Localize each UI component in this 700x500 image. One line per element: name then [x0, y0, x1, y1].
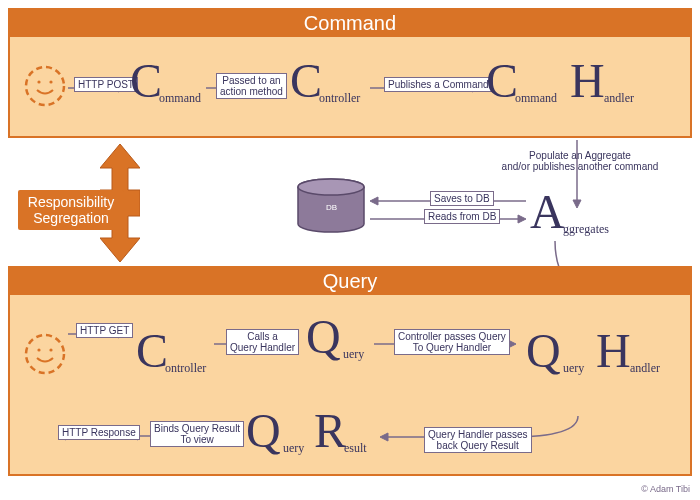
label-saves-db: Saves to DB: [430, 191, 494, 206]
responsibility-segregation-box: Responsibility Segregation: [18, 190, 124, 230]
big-command-c: C: [130, 53, 162, 108]
svg-marker-13: [370, 197, 378, 205]
svg-point-1: [37, 80, 40, 83]
svg-point-20: [37, 348, 40, 351]
sub-ch-h: andler: [604, 91, 634, 106]
svg-marker-16: [518, 215, 526, 223]
label-binds-result: Binds Query Result To view: [150, 421, 244, 447]
label-publishes: Publishes a Command: [384, 77, 493, 92]
command-header: Command: [10, 10, 690, 37]
label-passed-to: Passed to an action method: [216, 73, 287, 99]
big-ch-c: C: [486, 53, 518, 108]
database-icon: DB: [296, 178, 366, 234]
svg-point-2: [49, 80, 52, 83]
resp-line2: Segregation: [24, 210, 118, 226]
sub-qr-r: esult: [344, 441, 367, 456]
sub-qh-q: uery: [563, 361, 584, 376]
big-qr-q: Q: [246, 403, 281, 458]
sub-q-controller: ontroller: [165, 361, 206, 376]
sub-query: uery: [343, 347, 364, 362]
user-icon-2: [24, 333, 66, 375]
resp-line1: Responsibility: [24, 194, 118, 210]
svg-marker-10: [573, 200, 581, 208]
query-body: HTTP GET C ontroller Calls a Query Handl…: [10, 295, 690, 473]
copyright: © Adam Tibi: [641, 484, 690, 494]
label-http-response: HTTP Response: [58, 425, 140, 440]
big-q-controller-c: C: [136, 323, 168, 378]
label-reads-db: Reads from DB: [424, 209, 500, 224]
big-qh-h: H: [596, 323, 631, 378]
svg-point-19: [26, 335, 64, 373]
svg-point-0: [26, 67, 64, 105]
user-icon: [24, 65, 66, 107]
label-http-get: HTTP GET: [76, 323, 133, 338]
sub-aggregates: ggregates: [563, 222, 609, 237]
sub-controller: ontroller: [319, 91, 360, 106]
big-controller-c: C: [290, 53, 322, 108]
query-section: Query HTTP GET C ontroller Calls a Query…: [8, 266, 692, 476]
big-qr-r: R: [314, 403, 346, 458]
sub-qr-q: uery: [283, 441, 304, 456]
svg-point-21: [49, 348, 52, 351]
label-ctrl-passes: Controller passes Query To Query Handler: [394, 329, 510, 355]
query-header: Query: [10, 268, 690, 295]
label-qh-passes-back: Query Handler passes back Query Result: [424, 427, 532, 453]
sub-ch-c: ommand: [515, 91, 557, 106]
svg-point-12: [298, 179, 364, 195]
sub-command: ommand: [159, 91, 201, 106]
label-calls-qh: Calls a Query Handler: [226, 329, 299, 355]
big-aggregates-a: A: [530, 184, 565, 239]
label-populate-agg: Populate an Aggregate and/or publishes a…: [480, 150, 680, 172]
big-ch-h: H: [570, 53, 605, 108]
sub-qh-h: andler: [630, 361, 660, 376]
label-http-post: HTTP POST: [74, 77, 138, 92]
big-qh-q: Q: [526, 323, 561, 378]
command-body: HTTP POST C ommand Passed to an action m…: [10, 37, 690, 135]
command-section: Command HTTP POST C ommand Passed to an …: [8, 8, 692, 138]
big-query-q: Q: [306, 309, 341, 364]
svg-marker-28: [380, 433, 388, 441]
db-label: DB: [326, 204, 337, 213]
